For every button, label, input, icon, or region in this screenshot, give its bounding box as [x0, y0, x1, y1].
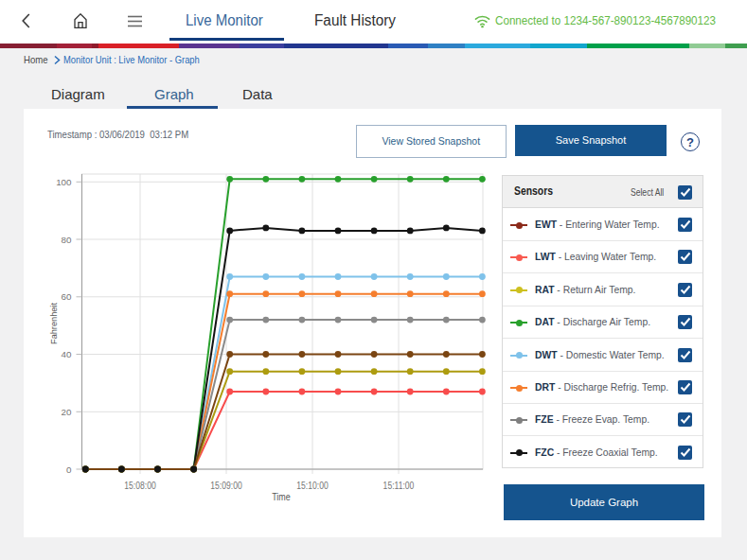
svg-text:20: 20	[62, 407, 72, 417]
svg-text:60: 60	[62, 291, 72, 302]
svg-text:15:11:00: 15:11:00	[383, 479, 415, 490]
svg-text:40: 40	[62, 349, 72, 359]
svg-text:Time: Time	[272, 491, 290, 502]
svg-text:15:08:00: 15:08:00	[124, 479, 156, 490]
svg-text:Fahrenheit: Fahrenheit	[49, 303, 59, 344]
svg-text:0: 0	[66, 464, 72, 475]
svg-text:15:10:00: 15:10:00	[296, 479, 329, 490]
svg-text:15:09:00: 15:09:00	[210, 479, 242, 490]
svg-text:100: 100	[56, 177, 72, 187]
svg-text:80: 80	[62, 235, 72, 245]
